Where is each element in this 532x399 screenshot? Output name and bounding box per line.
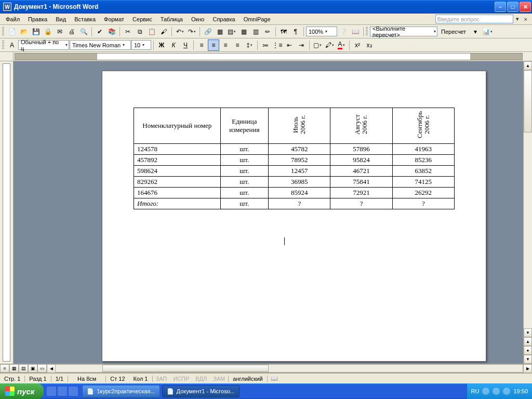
- taskbar-item[interactable]: 📄1курс2практическая...: [82, 385, 159, 397]
- align-justify-button[interactable]: ≡: [232, 39, 243, 51]
- th-aug[interactable]: Август 2006 г.: [330, 108, 392, 144]
- status-spellcheck-icon[interactable]: 📖: [268, 375, 281, 382]
- th-jul[interactable]: Июль 2006 г.: [269, 108, 330, 144]
- ask-dropdown-icon[interactable]: ▾: [514, 16, 521, 22]
- status-lang[interactable]: английский: [229, 376, 267, 382]
- view-print-button[interactable]: ▤: [19, 364, 28, 373]
- hscroll-left-button[interactable]: ◀: [47, 364, 56, 373]
- zoom-combo[interactable]: 100%▾: [306, 26, 337, 36]
- view-normal-button[interactable]: ≡: [0, 364, 9, 373]
- increase-indent-button[interactable]: ⇥: [296, 39, 307, 51]
- subscript-button[interactable]: x₂: [364, 39, 375, 51]
- style-combo[interactable]: Обычный + по ц▾: [18, 40, 69, 50]
- new-doc-button[interactable]: 📄: [6, 26, 18, 37]
- table-row[interactable]: 124578шт.457825789641963: [134, 144, 455, 155]
- vertical-ruler[interactable]: [0, 61, 14, 364]
- ask-question-input[interactable]: Введите вопрос: [435, 15, 513, 23]
- status-trk[interactable]: ИСПР: [170, 376, 192, 382]
- ql-icon[interactable]: [69, 387, 78, 396]
- status-rec[interactable]: ЗАП: [153, 376, 170, 382]
- styles-pane-button[interactable]: A: [6, 39, 18, 51]
- tables-borders-button[interactable]: ▦: [214, 26, 225, 37]
- menu-table[interactable]: Таблица: [157, 15, 187, 23]
- page[interactable]: Номенклатурный номер Единица измерения И…: [102, 71, 486, 362]
- hscroll-thumb[interactable]: [102, 365, 269, 372]
- menu-insert[interactable]: Вставка: [71, 15, 99, 23]
- toolbar-grip[interactable]: [2, 27, 4, 36]
- recalc-label[interactable]: Пересчет: [438, 29, 469, 35]
- document-area[interactable]: Номенклатурный номер Единица измерения И…: [14, 61, 523, 364]
- menu-omnipage[interactable]: OmniPage: [240, 15, 274, 23]
- research-button[interactable]: 📚: [106, 26, 117, 37]
- hyperlink-button[interactable]: 🔗: [202, 26, 214, 37]
- align-right-button[interactable]: ≡: [220, 39, 231, 51]
- maximize-button[interactable]: □: [507, 2, 518, 12]
- show-marks-button[interactable]: ¶: [290, 26, 301, 37]
- ql-icon[interactable]: [58, 387, 67, 396]
- ql-icon[interactable]: [47, 387, 56, 396]
- scroll-track[interactable]: [524, 70, 532, 328]
- browse-object-button[interactable]: ●: [524, 346, 532, 355]
- taskbar-item-active[interactable]: 📄Документ1 - Microso...: [162, 385, 240, 397]
- cut-button[interactable]: ✂: [122, 26, 134, 37]
- close-button[interactable]: ✕: [520, 2, 531, 12]
- scroll-up-button[interactable]: ▲: [524, 61, 532, 70]
- superscript-button[interactable]: x²: [352, 39, 363, 51]
- undo-button[interactable]: ↶▾: [174, 26, 185, 37]
- table-row[interactable]: 164676шт.859247292126292: [134, 188, 455, 198]
- th-unit[interactable]: Единица измерения: [220, 108, 269, 144]
- status-ovr[interactable]: ЗАМ: [210, 376, 229, 382]
- open-button[interactable]: 📂: [18, 26, 30, 37]
- table-row[interactable]: 829262шт.369857584174125: [134, 177, 455, 188]
- recalc-combo[interactable]: <Выполните пересчет>▾: [370, 26, 437, 36]
- font-size-combo[interactable]: 10▾: [131, 40, 151, 50]
- numbering-button[interactable]: ≔: [260, 39, 271, 51]
- table-row-total[interactable]: Итого:шт.???: [134, 198, 455, 209]
- borders-button[interactable]: ▢▾: [312, 39, 323, 51]
- italic-button[interactable]: К: [168, 39, 179, 51]
- email-button[interactable]: ✉: [54, 26, 65, 37]
- read-mode-button[interactable]: 📖: [350, 26, 361, 37]
- menu-file[interactable]: Файл: [2, 15, 23, 23]
- view-outline-button[interactable]: ▣: [28, 364, 37, 373]
- view-reading-button[interactable]: ▭: [37, 364, 47, 373]
- menu-edit[interactable]: Правка: [24, 15, 51, 23]
- underline-button[interactable]: Ч: [180, 39, 191, 51]
- columns-button[interactable]: ▥: [250, 26, 261, 37]
- tray-lang[interactable]: RU: [471, 388, 480, 394]
- tray-icon[interactable]: [493, 388, 500, 395]
- bullets-button[interactable]: ⋮≡: [272, 39, 283, 51]
- permission-button[interactable]: 🔒: [42, 26, 54, 37]
- menu-view[interactable]: Вид: [52, 15, 70, 23]
- hscroll-right-button[interactable]: ▶: [523, 364, 532, 373]
- menu-tools[interactable]: Сервис: [129, 15, 156, 23]
- highlight-button[interactable]: 🖍▾: [324, 39, 335, 51]
- toolbar-grip[interactable]: [366, 27, 368, 36]
- font-combo[interactable]: Times New Roman▾: [70, 40, 131, 50]
- spelling-button[interactable]: ✔: [94, 26, 105, 37]
- bold-button[interactable]: Ж: [156, 39, 167, 51]
- align-left-button[interactable]: ≡: [196, 39, 207, 51]
- insert-table-button[interactable]: ▤▾: [226, 26, 237, 37]
- format-painter-button[interactable]: 🖌: [158, 26, 169, 37]
- paste-button[interactable]: 📋: [146, 26, 157, 37]
- status-ext[interactable]: ВДЛ: [192, 376, 210, 382]
- table-row[interactable]: 457892шт.789529582485236: [134, 155, 455, 166]
- menu-help[interactable]: Справка: [209, 15, 238, 23]
- formula-button[interactable]: 📊▾: [482, 26, 493, 37]
- toolbar-grip[interactable]: [2, 41, 4, 50]
- recalc-arrow-button[interactable]: ▾: [470, 26, 481, 37]
- drawing-toggle-button[interactable]: ✏: [262, 26, 273, 37]
- menu-format[interactable]: Формат: [100, 15, 128, 23]
- help-button[interactable]: ❔: [338, 26, 349, 37]
- align-center-button[interactable]: ≡: [208, 39, 219, 51]
- copy-button[interactable]: ⧉: [134, 26, 145, 37]
- excel-button[interactable]: ▦: [238, 26, 249, 37]
- print-preview-button[interactable]: 🔍: [78, 26, 89, 37]
- view-web-button[interactable]: ▦: [9, 364, 19, 373]
- decrease-indent-button[interactable]: ⇤: [284, 39, 295, 51]
- th-nomen[interactable]: Номенклатурный номер: [134, 108, 221, 144]
- print-button[interactable]: 🖨: [66, 26, 77, 37]
- font-color-button[interactable]: A▾: [336, 39, 347, 51]
- hscroll-track[interactable]: [56, 364, 523, 373]
